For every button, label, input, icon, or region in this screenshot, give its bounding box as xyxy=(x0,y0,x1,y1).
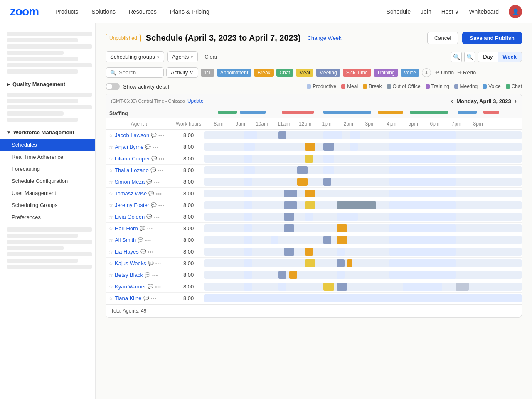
user-avatar[interactable]: 👤 xyxy=(509,5,522,18)
agent-name[interactable]: Kyan Warner xyxy=(115,283,146,290)
more-options-icon[interactable]: ••• xyxy=(148,249,154,254)
schedule-block[interactable] xyxy=(305,155,313,163)
agent-name[interactable]: Jeremy Foster xyxy=(115,202,149,208)
tag-break[interactable]: Break xyxy=(254,69,273,77)
schedule-block[interactable] xyxy=(289,271,297,279)
schedule-block[interactable] xyxy=(284,248,294,256)
sidebar-workforce-management[interactable]: ▼ Workforce Management xyxy=(0,126,95,139)
chat-icon[interactable]: 💬 xyxy=(145,144,151,150)
schedule-block[interactable] xyxy=(389,224,456,232)
agent-name[interactable]: Betsy Black xyxy=(115,272,143,278)
more-options-icon[interactable]: ••• xyxy=(155,261,162,266)
schedule-block[interactable] xyxy=(284,201,297,209)
nav-schedule[interactable]: Schedule xyxy=(387,8,411,15)
show-activity-toggle[interactable] xyxy=(106,83,120,90)
timeline-cell[interactable] xyxy=(204,176,522,188)
tag-appointment[interactable]: Appointment xyxy=(217,69,251,77)
schedule-block[interactable] xyxy=(244,271,252,279)
star-icon[interactable]: ☆ xyxy=(108,226,113,232)
timeline-cell[interactable] xyxy=(204,281,522,293)
schedule-block[interactable] xyxy=(305,143,315,151)
schedule-block[interactable] xyxy=(337,224,347,232)
zoom-in-button[interactable]: 🔍 xyxy=(451,52,462,62)
nav-products[interactable]: Products xyxy=(55,8,78,15)
tag-voice[interactable]: Voice xyxy=(401,69,419,77)
more-options-icon[interactable]: ••• xyxy=(159,156,165,161)
schedule-block[interactable] xyxy=(244,131,257,139)
schedule-block[interactable] xyxy=(337,213,358,221)
tag-11[interactable]: 1:1 xyxy=(201,69,214,77)
schedule-block[interactable] xyxy=(389,236,456,244)
chat-icon[interactable]: 💬 xyxy=(145,272,150,278)
chat-icon[interactable]: 💬 xyxy=(146,214,152,219)
agent-name[interactable]: Jacob Lawson xyxy=(115,132,149,138)
sidebar-item-user-management[interactable]: User Management xyxy=(0,187,95,199)
chat-icon[interactable]: 💬 xyxy=(138,237,143,243)
timeline-cell[interactable] xyxy=(204,269,522,281)
agent-name[interactable]: Ali Smith xyxy=(115,237,136,243)
sidebar-quality-management[interactable]: ▶ Quality Management xyxy=(0,78,95,91)
change-week-button[interactable]: Change Week xyxy=(307,35,341,41)
add-tag-button[interactable]: + xyxy=(422,68,431,77)
chat-icon[interactable]: 💬 xyxy=(148,284,153,289)
schedule-block[interactable] xyxy=(244,213,252,221)
schedule-block[interactable] xyxy=(284,224,294,232)
tag-meeting[interactable]: Meeting xyxy=(316,69,340,77)
schedule-block[interactable] xyxy=(389,271,456,279)
schedule-block[interactable] xyxy=(337,259,345,267)
scheduling-groups-dropdown[interactable]: Scheduling groups ∨ xyxy=(106,51,164,62)
schedule-block[interactable] xyxy=(323,166,334,174)
schedule-block[interactable] xyxy=(389,259,456,267)
more-options-icon[interactable]: ••• xyxy=(154,214,160,219)
schedule-block[interactable] xyxy=(323,236,331,244)
timeline-cell[interactable] xyxy=(204,293,522,304)
schedule-block[interactable] xyxy=(456,283,469,291)
schedule-block[interactable] xyxy=(323,143,334,151)
chat-icon[interactable]: 💬 xyxy=(146,179,152,185)
schedule-block[interactable] xyxy=(278,283,286,291)
timeline-cell[interactable] xyxy=(204,258,522,269)
prev-date-button[interactable]: ‹ xyxy=(451,97,453,105)
more-options-icon[interactable]: ••• xyxy=(152,273,158,278)
agent-name[interactable]: Simon Meza xyxy=(115,179,145,185)
schedule-block[interactable] xyxy=(244,236,252,244)
nav-plans-pricing[interactable]: Plans & Pricing xyxy=(170,8,209,15)
timeline-cell[interactable] xyxy=(204,130,522,141)
more-options-icon[interactable]: ••• xyxy=(155,284,161,289)
timeline-cell[interactable] xyxy=(204,141,522,153)
sidebar-item-real-time-adherence[interactable]: Real Time Adherence xyxy=(0,151,95,163)
agents-dropdown[interactable]: Agents ∨ xyxy=(167,51,198,62)
star-icon[interactable]: ☆ xyxy=(108,296,113,301)
schedule-block[interactable] xyxy=(244,166,254,174)
agent-name[interactable]: Livia Golden xyxy=(115,214,145,220)
schedule-block[interactable] xyxy=(278,131,286,139)
schedule-block[interactable] xyxy=(337,283,347,291)
schedule-block[interactable] xyxy=(305,248,313,256)
schedule-block[interactable] xyxy=(350,131,360,139)
schedule-block[interactable] xyxy=(244,143,254,151)
nav-whiteboard[interactable]: Whiteboard xyxy=(469,8,499,15)
timeline-cell[interactable] xyxy=(204,153,522,165)
schedule-block[interactable] xyxy=(305,190,315,197)
schedule-block[interactable] xyxy=(403,283,442,291)
schedule-block[interactable] xyxy=(305,259,315,267)
star-icon[interactable]: ☆ xyxy=(108,284,113,290)
star-icon[interactable]: ☆ xyxy=(108,202,113,208)
cancel-button[interactable]: Cancel xyxy=(427,32,458,44)
zoom-logo[interactable]: zoom xyxy=(10,5,39,18)
agent-name[interactable]: Kajus Weeks xyxy=(115,260,146,266)
schedule-block[interactable] xyxy=(323,131,342,139)
search-input[interactable] xyxy=(119,69,152,76)
schedule-block[interactable] xyxy=(389,131,456,139)
more-options-icon[interactable]: ••• xyxy=(158,168,164,173)
star-icon[interactable]: ☆ xyxy=(108,214,113,220)
timeline-cell[interactable] xyxy=(204,211,522,223)
redo-button[interactable]: ↪ Redo xyxy=(457,69,476,76)
schedule-block[interactable] xyxy=(278,271,286,279)
more-options-icon[interactable]: ••• xyxy=(147,226,153,231)
star-icon[interactable]: ☆ xyxy=(108,167,113,173)
sidebar-item-scheduling-groups[interactable]: Scheduling Groups xyxy=(0,199,95,211)
schedule-block[interactable] xyxy=(389,178,456,186)
week-view-button[interactable]: Week xyxy=(498,52,522,62)
schedule-block[interactable] xyxy=(297,178,308,186)
